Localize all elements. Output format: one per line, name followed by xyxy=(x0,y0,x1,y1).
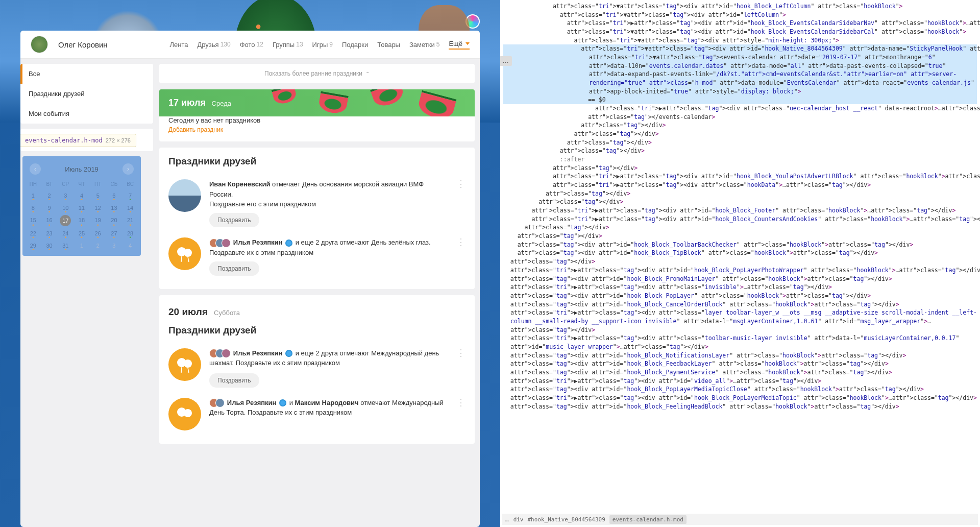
calendar-day[interactable]: 17 xyxy=(60,215,71,226)
devtools-line[interactable]: attr">class="tag"><div attr">id="hook_Bl… xyxy=(503,292,977,300)
devtools-line[interactable]: attr">class="tag"></div> xyxy=(503,232,977,241)
devtools-line[interactable]: == $0 xyxy=(503,95,977,104)
devtools-line[interactable]: attr">class="tri">▼attr">class="tag"><di… xyxy=(503,28,977,36)
friend-avatar[interactable] xyxy=(168,179,201,212)
today-add-link[interactable]: Добавить праздник xyxy=(168,126,465,133)
calendar-day[interactable]: 30 xyxy=(42,241,57,251)
devtools-line[interactable]: attr">class="tag"></div> xyxy=(503,223,977,232)
sidebar-add-event[interactable]: 🎈 Добавить праздник events-calendar.h-mo… xyxy=(20,129,153,151)
calendar-day[interactable]: 16 xyxy=(42,215,57,226)
devtools-line[interactable]: attr">class="tag"><div attr">id="hook_Bl… xyxy=(503,368,977,377)
devtools-line[interactable]: attr">class="tag"><div attr">id="hook_Bl… xyxy=(503,241,977,249)
calendar-prev[interactable]: ‹ xyxy=(30,163,41,175)
devtools-line[interactable]: attr">class="tri">▼attr">class="tag"><di… xyxy=(503,36,977,45)
devtools-line[interactable]: attr">class="tag"><div attr">id="hook_Bl… xyxy=(503,385,977,394)
more-icon[interactable]: ⋮ xyxy=(456,398,465,430)
calendar-day[interactable]: 8 xyxy=(26,203,41,213)
devtools-line[interactable]: attr">class="tri">▶attr">class="tag"><di… xyxy=(503,206,977,215)
devtools-line[interactable]: attr">class="tri">▶attr">class="tag"><di… xyxy=(503,215,977,224)
calendar-next[interactable]: › xyxy=(122,163,134,175)
calendar-day[interactable]: 15 xyxy=(26,215,41,226)
devtools-line[interactable]: attr">class="tri">▶attr">class="tag"><di… xyxy=(503,308,977,334)
congratulate-button[interactable]: Поздравить xyxy=(209,213,259,227)
calendar-day[interactable]: 6 xyxy=(107,190,122,201)
calendar-day[interactable]: 4 xyxy=(122,241,138,251)
calendar-day[interactable]: 20 xyxy=(107,215,122,226)
devtools-line[interactable]: attr">class="tag"><div attr">id="hook_Bl… xyxy=(503,360,977,368)
calendar-day[interactable]: 5 xyxy=(90,190,106,201)
devtools-line[interactable]: attr">class="tri">▼attr">class="tag"><di… xyxy=(503,11,977,19)
calendar-day[interactable]: 13 xyxy=(107,203,122,213)
username[interactable]: Олег Коровин xyxy=(58,40,108,49)
nav-more[interactable]: Ещё xyxy=(449,40,470,50)
devtools-ellipsis[interactable]: … xyxy=(500,56,512,66)
calendar-day[interactable]: 7 xyxy=(122,190,138,201)
more-icon[interactable]: ⋮ xyxy=(456,237,465,276)
calendar-day[interactable]: 12 xyxy=(90,203,106,213)
nav-goods[interactable]: Товары xyxy=(377,41,400,49)
friend-name-link[interactable]: Иван Кореневский xyxy=(209,180,270,188)
devtools-line[interactable]: attr">class="tag"><div attr">id="hook_Bl… xyxy=(503,351,977,360)
devtools-line[interactable]: attr">class="tri">▶attr">class="tag"><di… xyxy=(503,334,977,351)
calendar-day[interactable]: 26 xyxy=(90,228,106,238)
calendar-day[interactable]: 3 xyxy=(107,241,122,251)
nav-groups[interactable]: Группы 13 xyxy=(273,41,303,49)
nav-games[interactable]: Игры 9 xyxy=(312,41,333,49)
devtools-elements[interactable]: … attr">class="tri">▼attr">class="tag"><… xyxy=(500,0,980,527)
devtools-line[interactable]: attr">class="tri">▶attr">class="tag"><di… xyxy=(503,283,977,292)
calendar-day[interactable]: 10 xyxy=(58,203,73,213)
devtools-line[interactable]: attr">class="tri">▶attr">class="tag"><di… xyxy=(503,181,977,189)
mini-avatar[interactable] xyxy=(222,349,231,358)
congratulate-button[interactable]: Поздравить xyxy=(209,261,259,276)
devtools-line[interactable]: attr">class="tri">▶attr">class="tag"><di… xyxy=(503,104,977,113)
calendar-day[interactable]: 22 xyxy=(26,228,41,238)
friend-name-link[interactable]: Илья Резяпкин xyxy=(227,399,277,406)
mini-avatar[interactable] xyxy=(215,398,225,408)
calendar-day[interactable]: 19 xyxy=(90,215,106,226)
devtools-line[interactable]: attr">class="tri">▶attr">class="tag"><di… xyxy=(503,377,977,386)
nav-feed[interactable]: Лента xyxy=(169,41,188,49)
nav-friends[interactable]: Друзья 130 xyxy=(197,41,230,49)
devtools-line[interactable]: attr">class="tag"></div> xyxy=(503,198,977,206)
devtools-line[interactable]: attr">class="tag"></div> xyxy=(503,147,977,155)
devtools-line[interactable]: attr">class="tri">▼attr">class="tag"><di… xyxy=(503,44,977,53)
calendar-day[interactable]: 24 xyxy=(58,228,73,238)
devtools-line[interactable]: attr">class="tri">▶attr">class="tag"><di… xyxy=(503,172,977,181)
calendar-day[interactable]: 25 xyxy=(74,228,89,238)
devtools-line[interactable]: attr">class="tag"></div> xyxy=(503,130,977,138)
congratulate-button[interactable]: Поздравить xyxy=(209,373,259,388)
calendar-day[interactable]: 1 xyxy=(74,241,89,251)
devtools-line[interactable]: attr">class="tri">▶attr">class="tag"><di… xyxy=(503,394,977,402)
devtools-line[interactable]: attr">class="tag"><div attr">id="hook_Bl… xyxy=(503,402,977,411)
calendar-day[interactable]: 1 xyxy=(26,190,41,201)
devtools-line[interactable]: attr">class="tri">▶attr">class="tag"><di… xyxy=(503,19,977,28)
devtools-line[interactable]: attr">class="tag"></div> xyxy=(503,138,977,147)
calendar-widget[interactable]: ‹ Июль 2019 › ПНВТСРЧТПТСБВС123456789101… xyxy=(22,156,141,256)
calendar-day[interactable]: 29 xyxy=(26,241,41,251)
nav-photo[interactable]: Фото 12 xyxy=(240,41,263,49)
devtools-breadcrumb[interactable]: … div #hook_Native_8044564309 events-cal… xyxy=(502,514,978,525)
calendar-day[interactable]: 9 xyxy=(42,203,57,213)
calendar-day[interactable]: 4 xyxy=(74,190,89,201)
calendar-day[interactable]: 14 xyxy=(122,203,138,213)
friend-name-link[interactable]: Илья Резяпкин xyxy=(233,349,283,357)
devtools-line[interactable]: ::after xyxy=(503,155,977,164)
calendar-day[interactable]: 21 xyxy=(122,215,138,226)
more-icon[interactable]: ⋮ xyxy=(456,179,465,227)
show-earlier-button[interactable]: Показать более ранние праздники⌃ xyxy=(159,64,475,83)
friend-name-link[interactable]: Илья Резяпкин xyxy=(233,238,283,246)
devtools-line[interactable]: attr">class="tri">▼attr">class="tag"><di… xyxy=(503,2,977,11)
mini-avatar[interactable] xyxy=(222,238,231,248)
more-icon[interactable]: ⋮ xyxy=(456,348,465,388)
devtools-line[interactable]: attr">class="tag"><div attr">id="hook_Bl… xyxy=(503,249,977,257)
devtools-line[interactable]: attr">class="tri">▼attr">class="tag"><ev… xyxy=(503,53,977,95)
devtools-line[interactable]: attr">class="tag"><div attr">id="hook_Bl… xyxy=(503,275,977,283)
devtools-line[interactable]: attr">class="tag"></events-calendar> xyxy=(503,113,977,122)
nav-notes[interactable]: Заметки 5 xyxy=(409,41,439,49)
devtools-line[interactable]: attr">class="tag"><div attr">id="hook_Bl… xyxy=(503,300,977,309)
sidebar-item-friends[interactable]: Праздники друзей xyxy=(20,84,153,104)
devtools-line[interactable]: attr">class="tag"></div> xyxy=(503,121,977,130)
devtools-line[interactable]: attr">class="tag"></div> xyxy=(503,257,977,266)
calendar-day[interactable]: 23 xyxy=(42,228,57,238)
calendar-day[interactable]: 27 xyxy=(107,228,122,238)
